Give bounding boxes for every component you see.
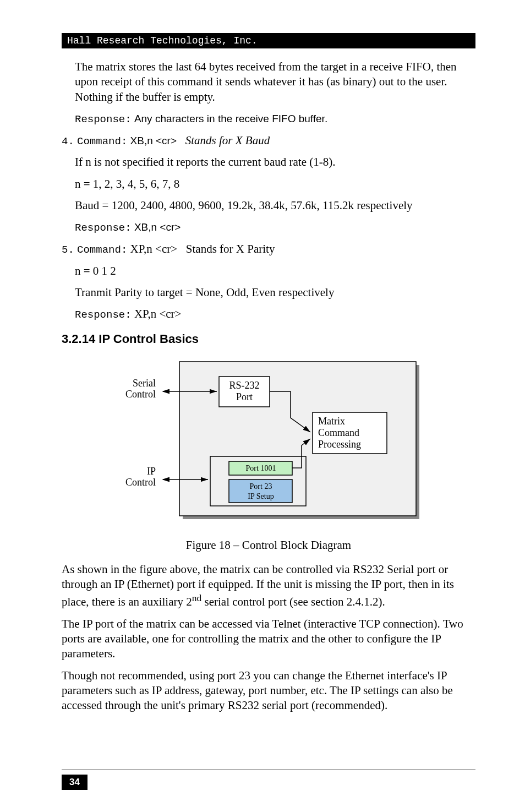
command-4-line: 4. Command: XB,n <cr> Stands for X Baud (62, 133, 475, 149)
cmd4-desc: Stands for X Baud (185, 134, 270, 147)
cmd4-resp-val: XB,n <cr> (134, 221, 181, 233)
cmd4-p2: n = 1, 2, 3, 4, 5, 6, 7, 8 (75, 177, 475, 192)
section-heading: 3.2.14 IP Control Basics (62, 332, 475, 346)
cmd5-desc: Stands for X Parity (186, 242, 275, 255)
page-footer: 34 (62, 770, 475, 790)
para2-tail: serial control port (see section 2.4.1.2… (201, 595, 385, 608)
paragraph-3: The IP port of the matrix can be accesse… (62, 617, 475, 662)
svg-text:RS-232: RS-232 (229, 380, 259, 391)
cmd5-num: 5. (62, 244, 74, 256)
footer-rule (62, 770, 475, 770)
cmd5-p2: Tranmit Parity to target = None, Odd, Ev… (75, 285, 475, 300)
cmd5-val: XP,n <cr> (130, 242, 178, 255)
svg-text:Matrix: Matrix (318, 416, 345, 427)
response-1: Response: Any characters in the receive … (75, 111, 475, 127)
command-5-line: 5. Command: XP,n <cr> Stands for X Parit… (62, 242, 475, 257)
cmd4-response: Response: XB,n <cr> (75, 220, 475, 235)
cmd5-resp-label: Response: (75, 309, 132, 321)
svg-text:Port 1001: Port 1001 (246, 464, 276, 472)
cmd4-label: Command: (77, 135, 127, 148)
page-header: Hall Research Technologies, Inc. (62, 33, 475, 48)
page-number: 34 (62, 775, 88, 790)
paragraph-4: Though not recommended, using port 23 yo… (62, 668, 475, 713)
svg-text:Port: Port (236, 391, 253, 402)
svg-text:Port 23: Port 23 (250, 482, 272, 491)
cmd4-num: 4. (62, 135, 74, 148)
svg-text:Control: Control (125, 477, 156, 488)
control-block-diagram: RS-232 Port Matrix Command Processing Po… (114, 357, 423, 527)
cmd4-resp-label: Response: (75, 222, 132, 234)
svg-text:IP Setup: IP Setup (248, 492, 274, 500)
svg-text:Serial: Serial (133, 378, 156, 389)
response-1-text: Any characters in the receive FIFO buffe… (134, 113, 327, 124)
response-1-label: Response: (75, 113, 132, 126)
paragraph-1: The matrix stores the last 64 bytes rece… (75, 59, 475, 105)
cmd5-label: Command: (77, 244, 127, 256)
para2-sup: nd (192, 592, 202, 603)
paragraph-2: As shown in the figure above, the matrix… (62, 562, 475, 610)
cmd5-p1: n = 0 1 2 (75, 264, 475, 279)
cmd4-p3: Baud = 1200, 2400, 4800, 9600, 19.2k, 38… (75, 198, 475, 213)
cmd4-p1: If n is not specified it reports the cur… (75, 155, 475, 170)
figure-caption: Figure 18 – Control Block Diagram (62, 538, 475, 552)
svg-text:Processing: Processing (318, 439, 361, 450)
cmd5-resp-val: XP,n <cr> (134, 307, 182, 320)
svg-text:Command: Command (318, 427, 359, 438)
cmd4-val: XB,n <cr> (130, 135, 177, 146)
svg-text:Control: Control (125, 389, 156, 400)
cmd5-response: Response: XP,n <cr> (75, 307, 475, 322)
svg-text:IP: IP (147, 466, 156, 477)
